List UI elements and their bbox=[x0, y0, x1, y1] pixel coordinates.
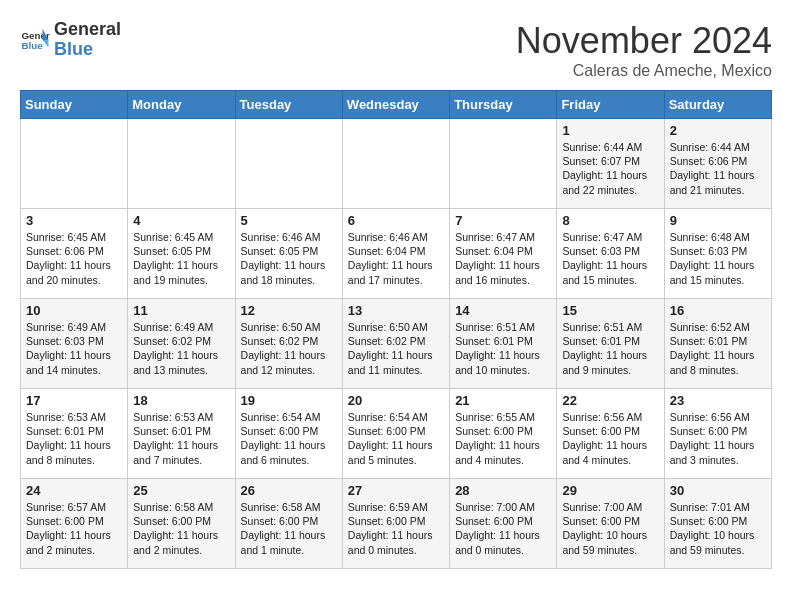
calendar-cell: 6Sunrise: 6:46 AM Sunset: 6:04 PM Daylig… bbox=[342, 209, 449, 299]
weekday-header-sunday: Sunday bbox=[21, 91, 128, 119]
calendar-week-row: 3Sunrise: 6:45 AM Sunset: 6:06 PM Daylig… bbox=[21, 209, 772, 299]
day-number: 9 bbox=[670, 213, 766, 228]
day-info: Sunrise: 7:00 AM Sunset: 6:00 PM Dayligh… bbox=[562, 500, 658, 557]
calendar-table: SundayMondayTuesdayWednesdayThursdayFrid… bbox=[20, 90, 772, 569]
month-title: November 2024 bbox=[516, 20, 772, 62]
calendar-cell: 12Sunrise: 6:50 AM Sunset: 6:02 PM Dayli… bbox=[235, 299, 342, 389]
calendar-cell: 26Sunrise: 6:58 AM Sunset: 6:00 PM Dayli… bbox=[235, 479, 342, 569]
day-info: Sunrise: 6:50 AM Sunset: 6:02 PM Dayligh… bbox=[241, 320, 337, 377]
calendar-cell: 29Sunrise: 7:00 AM Sunset: 6:00 PM Dayli… bbox=[557, 479, 664, 569]
day-number: 3 bbox=[26, 213, 122, 228]
calendar-cell: 10Sunrise: 6:49 AM Sunset: 6:03 PM Dayli… bbox=[21, 299, 128, 389]
day-number: 19 bbox=[241, 393, 337, 408]
calendar-cell: 25Sunrise: 6:58 AM Sunset: 6:00 PM Dayli… bbox=[128, 479, 235, 569]
day-info: Sunrise: 6:56 AM Sunset: 6:00 PM Dayligh… bbox=[562, 410, 658, 467]
calendar-week-row: 10Sunrise: 6:49 AM Sunset: 6:03 PM Dayli… bbox=[21, 299, 772, 389]
calendar-cell: 24Sunrise: 6:57 AM Sunset: 6:00 PM Dayli… bbox=[21, 479, 128, 569]
day-number: 4 bbox=[133, 213, 229, 228]
day-info: Sunrise: 6:58 AM Sunset: 6:00 PM Dayligh… bbox=[241, 500, 337, 557]
logo-icon: General Blue bbox=[20, 25, 50, 55]
calendar-cell: 9Sunrise: 6:48 AM Sunset: 6:03 PM Daylig… bbox=[664, 209, 771, 299]
logo: General Blue General Blue bbox=[20, 20, 121, 60]
day-number: 22 bbox=[562, 393, 658, 408]
calendar-cell: 15Sunrise: 6:51 AM Sunset: 6:01 PM Dayli… bbox=[557, 299, 664, 389]
calendar-cell: 5Sunrise: 6:46 AM Sunset: 6:05 PM Daylig… bbox=[235, 209, 342, 299]
day-info: Sunrise: 6:55 AM Sunset: 6:00 PM Dayligh… bbox=[455, 410, 551, 467]
day-info: Sunrise: 6:45 AM Sunset: 6:05 PM Dayligh… bbox=[133, 230, 229, 287]
weekday-header-friday: Friday bbox=[557, 91, 664, 119]
calendar-cell: 14Sunrise: 6:51 AM Sunset: 6:01 PM Dayli… bbox=[450, 299, 557, 389]
calendar-cell bbox=[21, 119, 128, 209]
day-info: Sunrise: 6:46 AM Sunset: 6:05 PM Dayligh… bbox=[241, 230, 337, 287]
calendar-cell: 1Sunrise: 6:44 AM Sunset: 6:07 PM Daylig… bbox=[557, 119, 664, 209]
day-number: 2 bbox=[670, 123, 766, 138]
calendar-week-row: 24Sunrise: 6:57 AM Sunset: 6:00 PM Dayli… bbox=[21, 479, 772, 569]
day-number: 30 bbox=[670, 483, 766, 498]
title-block: November 2024 Caleras de Ameche, Mexico bbox=[516, 20, 772, 80]
weekday-header-wednesday: Wednesday bbox=[342, 91, 449, 119]
day-info: Sunrise: 6:49 AM Sunset: 6:03 PM Dayligh… bbox=[26, 320, 122, 377]
day-number: 26 bbox=[241, 483, 337, 498]
calendar-cell: 3Sunrise: 6:45 AM Sunset: 6:06 PM Daylig… bbox=[21, 209, 128, 299]
calendar-week-row: 17Sunrise: 6:53 AM Sunset: 6:01 PM Dayli… bbox=[21, 389, 772, 479]
calendar-cell bbox=[128, 119, 235, 209]
day-info: Sunrise: 6:56 AM Sunset: 6:00 PM Dayligh… bbox=[670, 410, 766, 467]
day-number: 16 bbox=[670, 303, 766, 318]
day-number: 18 bbox=[133, 393, 229, 408]
calendar-cell: 19Sunrise: 6:54 AM Sunset: 6:00 PM Dayli… bbox=[235, 389, 342, 479]
weekday-header-saturday: Saturday bbox=[664, 91, 771, 119]
day-number: 8 bbox=[562, 213, 658, 228]
calendar-cell: 17Sunrise: 6:53 AM Sunset: 6:01 PM Dayli… bbox=[21, 389, 128, 479]
day-number: 15 bbox=[562, 303, 658, 318]
day-info: Sunrise: 6:53 AM Sunset: 6:01 PM Dayligh… bbox=[26, 410, 122, 467]
day-info: Sunrise: 6:46 AM Sunset: 6:04 PM Dayligh… bbox=[348, 230, 444, 287]
calendar-cell: 4Sunrise: 6:45 AM Sunset: 6:05 PM Daylig… bbox=[128, 209, 235, 299]
day-info: Sunrise: 6:58 AM Sunset: 6:00 PM Dayligh… bbox=[133, 500, 229, 557]
calendar-week-row: 1Sunrise: 6:44 AM Sunset: 6:07 PM Daylig… bbox=[21, 119, 772, 209]
calendar-cell: 22Sunrise: 6:56 AM Sunset: 6:00 PM Dayli… bbox=[557, 389, 664, 479]
day-info: Sunrise: 6:49 AM Sunset: 6:02 PM Dayligh… bbox=[133, 320, 229, 377]
calendar-cell: 16Sunrise: 6:52 AM Sunset: 6:01 PM Dayli… bbox=[664, 299, 771, 389]
calendar-body: 1Sunrise: 6:44 AM Sunset: 6:07 PM Daylig… bbox=[21, 119, 772, 569]
weekday-row: SundayMondayTuesdayWednesdayThursdayFrid… bbox=[21, 91, 772, 119]
day-number: 23 bbox=[670, 393, 766, 408]
calendar-cell: 7Sunrise: 6:47 AM Sunset: 6:04 PM Daylig… bbox=[450, 209, 557, 299]
day-number: 10 bbox=[26, 303, 122, 318]
day-info: Sunrise: 6:54 AM Sunset: 6:00 PM Dayligh… bbox=[348, 410, 444, 467]
day-info: Sunrise: 6:52 AM Sunset: 6:01 PM Dayligh… bbox=[670, 320, 766, 377]
day-info: Sunrise: 6:47 AM Sunset: 6:03 PM Dayligh… bbox=[562, 230, 658, 287]
day-number: 1 bbox=[562, 123, 658, 138]
calendar-cell: 27Sunrise: 6:59 AM Sunset: 6:00 PM Dayli… bbox=[342, 479, 449, 569]
day-number: 5 bbox=[241, 213, 337, 228]
day-info: Sunrise: 6:51 AM Sunset: 6:01 PM Dayligh… bbox=[455, 320, 551, 377]
weekday-header-tuesday: Tuesday bbox=[235, 91, 342, 119]
day-number: 25 bbox=[133, 483, 229, 498]
calendar-cell: 11Sunrise: 6:49 AM Sunset: 6:02 PM Dayli… bbox=[128, 299, 235, 389]
calendar-cell: 30Sunrise: 7:01 AM Sunset: 6:00 PM Dayli… bbox=[664, 479, 771, 569]
day-number: 6 bbox=[348, 213, 444, 228]
day-info: Sunrise: 6:59 AM Sunset: 6:00 PM Dayligh… bbox=[348, 500, 444, 557]
day-info: Sunrise: 6:45 AM Sunset: 6:06 PM Dayligh… bbox=[26, 230, 122, 287]
day-number: 20 bbox=[348, 393, 444, 408]
day-number: 17 bbox=[26, 393, 122, 408]
calendar-cell: 13Sunrise: 6:50 AM Sunset: 6:02 PM Dayli… bbox=[342, 299, 449, 389]
day-info: Sunrise: 6:57 AM Sunset: 6:00 PM Dayligh… bbox=[26, 500, 122, 557]
calendar-cell: 18Sunrise: 6:53 AM Sunset: 6:01 PM Dayli… bbox=[128, 389, 235, 479]
calendar-cell bbox=[235, 119, 342, 209]
day-info: Sunrise: 6:48 AM Sunset: 6:03 PM Dayligh… bbox=[670, 230, 766, 287]
day-info: Sunrise: 6:53 AM Sunset: 6:01 PM Dayligh… bbox=[133, 410, 229, 467]
day-number: 13 bbox=[348, 303, 444, 318]
logo-text: General Blue bbox=[54, 20, 121, 60]
calendar-cell: 8Sunrise: 6:47 AM Sunset: 6:03 PM Daylig… bbox=[557, 209, 664, 299]
page-header: General Blue General Blue November 2024 … bbox=[20, 20, 772, 80]
day-info: Sunrise: 7:01 AM Sunset: 6:00 PM Dayligh… bbox=[670, 500, 766, 557]
calendar-cell: 23Sunrise: 6:56 AM Sunset: 6:00 PM Dayli… bbox=[664, 389, 771, 479]
calendar-cell: 21Sunrise: 6:55 AM Sunset: 6:00 PM Dayli… bbox=[450, 389, 557, 479]
calendar-header: SundayMondayTuesdayWednesdayThursdayFrid… bbox=[21, 91, 772, 119]
day-number: 24 bbox=[26, 483, 122, 498]
day-number: 14 bbox=[455, 303, 551, 318]
calendar-cell: 28Sunrise: 7:00 AM Sunset: 6:00 PM Dayli… bbox=[450, 479, 557, 569]
svg-text:Blue: Blue bbox=[22, 40, 44, 51]
day-number: 12 bbox=[241, 303, 337, 318]
day-info: Sunrise: 7:00 AM Sunset: 6:00 PM Dayligh… bbox=[455, 500, 551, 557]
